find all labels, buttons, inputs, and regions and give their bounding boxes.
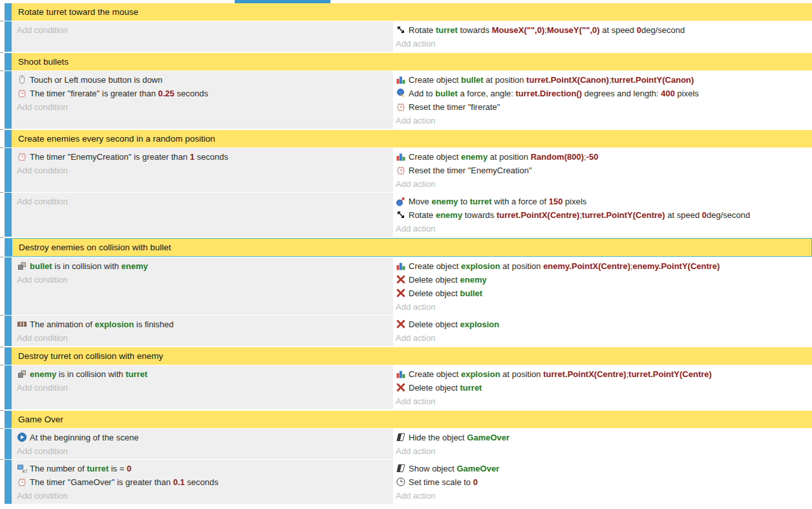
event-row: At the beginning of the sceneAdd conditi… <box>0 429 812 459</box>
action-line[interactable]: Delete object explosion <box>396 318 812 331</box>
action-line[interactable]: Delete object enemy <box>396 273 812 287</box>
add-action-placeholder[interactable]: Add action <box>396 444 812 458</box>
event-columns: enemy is in collision with turretAdd con… <box>12 365 812 409</box>
event-row: Add conditionMove enemy to turret with a… <box>0 193 812 237</box>
scroll-indicator[interactable] <box>235 0 330 3</box>
mouse-icon <box>17 74 27 85</box>
text-segment: 400 <box>661 89 675 98</box>
event-side-bar[interactable] <box>5 411 12 428</box>
add-action-placeholder[interactable]: Add action <box>396 222 812 235</box>
condition-line[interactable]: enemy is in collision with turret <box>17 367 393 381</box>
event-handle-tick <box>0 347 4 347</box>
action-line[interactable]: Set time scale to 0 <box>396 475 812 489</box>
text-segment: 150 <box>549 197 563 206</box>
add-condition-placeholder[interactable]: Add condition <box>17 100 393 114</box>
condition-line[interactable]: The timer "firerate" is greater than 0.2… <box>17 87 393 100</box>
add-action-placeholder[interactable]: Add action <box>396 489 812 503</box>
text-segment: 0.1 <box>173 477 185 487</box>
condition-line[interactable]: The animation of explosion is finished <box>17 318 393 331</box>
text-segment: Add to <box>409 89 435 98</box>
event-side-bar[interactable] <box>5 148 12 192</box>
action-line[interactable]: Show object GameOver <box>396 462 812 475</box>
actions-cell: Hide the object GameOverAdd action <box>394 429 812 459</box>
create-object-icon <box>396 151 406 162</box>
action-line[interactable]: Create object bullet at position turret.… <box>396 73 812 87</box>
conditions-cell: enemy is in collision with turretAdd con… <box>12 365 394 409</box>
event-group-header[interactable]: Rotate turret toward the mouse <box>12 3 812 21</box>
text-segment: towards <box>462 210 497 220</box>
action-line[interactable]: Create object enemy at position Random(8… <box>396 150 812 164</box>
action-line[interactable]: Hide the object GameOver <box>396 431 812 444</box>
condition-line[interactable]: Touch or Left mouse button is down <box>17 73 393 87</box>
event-handle-tick <box>0 428 4 429</box>
add-action-placeholder[interactable]: Add action <box>396 331 812 345</box>
add-condition-placeholder[interactable]: Add condition <box>17 195 393 208</box>
text-segment: 0.25 <box>158 89 175 98</box>
event-side-bar[interactable] <box>5 347 12 365</box>
text-segment: to <box>458 197 470 206</box>
text-segment: 0 <box>637 25 641 35</box>
condition-line[interactable]: The timer "EnemyCreation" is greater tha… <box>17 150 393 164</box>
event-side-bar[interactable] <box>5 429 12 459</box>
add-action-placeholder[interactable]: Add action <box>396 114 812 127</box>
event-group-header[interactable]: Destroy enemies on collision with bullet <box>12 239 811 256</box>
conditions-cell: bullet is in collision with enemyAdd con… <box>12 257 394 315</box>
action-line[interactable]: Reset the timer "EnemyCreation" <box>396 164 812 177</box>
text-segment: Delete object <box>409 288 460 298</box>
condition-line[interactable]: bullet is in collision with enemy <box>17 259 393 273</box>
action-line[interactable]: Move enemy to turret with a force of 150… <box>396 195 812 208</box>
condition-line[interactable]: The timer "GameOver" is greater than 0.1… <box>17 475 393 489</box>
event-gutter <box>0 411 5 428</box>
event-side-bar[interactable] <box>5 71 12 129</box>
event-side-bar[interactable] <box>5 257 12 315</box>
event-side-bar[interactable] <box>5 3 12 21</box>
action-line[interactable]: Create object explosion at position turr… <box>396 367 812 381</box>
conditions-cell: x?The number of turret is = 0The timer "… <box>12 460 394 504</box>
event-side-bar[interactable] <box>5 365 12 409</box>
text-segment: turret <box>87 464 109 473</box>
add-condition-placeholder[interactable]: Add condition <box>17 164 393 177</box>
text-segment: Hide the object <box>409 433 467 442</box>
event-side-bar[interactable] <box>5 193 12 237</box>
action-line[interactable]: Rotate turret towards MouseX("",0);Mouse… <box>396 23 812 37</box>
event-side-bar[interactable] <box>5 53 12 70</box>
visibility-icon <box>396 432 406 442</box>
event-group-header[interactable]: Shoot bullets <box>12 53 812 70</box>
add-action-placeholder[interactable]: Add action <box>396 300 812 314</box>
action-line[interactable]: Rotate enemy towards turret.PointX(Centr… <box>396 208 812 222</box>
event-side-bar[interactable] <box>5 460 12 504</box>
event-group-header[interactable]: Destroy turret on collision with enemy <box>12 347 812 365</box>
add-condition-placeholder[interactable]: Add condition <box>17 23 393 37</box>
add-condition-placeholder[interactable]: Add condition <box>17 444 393 458</box>
action-line[interactable]: Delete object bullet <box>396 287 812 300</box>
event-side-bar[interactable] <box>5 21 12 52</box>
add-condition-placeholder[interactable]: Add condition <box>17 489 393 503</box>
event-side-bar[interactable] <box>5 239 12 256</box>
add-action-placeholder[interactable]: Add action <box>396 177 812 191</box>
event-row: Touch or Left mouse button is downThe ti… <box>0 71 812 129</box>
action-line[interactable]: Add to bullet a force, angle: turret.Dir… <box>396 87 812 100</box>
condition-line[interactable]: At the beginning of the scene <box>17 431 393 444</box>
text-segment: explosion <box>460 319 500 329</box>
add-condition-placeholder[interactable]: Add condition <box>17 331 393 345</box>
move-to-icon <box>396 196 406 206</box>
add-action-placeholder[interactable]: Add action <box>396 37 812 50</box>
event-side-bar[interactable] <box>5 316 12 346</box>
text-segment: Delete object <box>409 275 460 285</box>
condition-line[interactable]: x?The number of turret is = 0 <box>17 462 393 475</box>
add-action-placeholder[interactable]: Add action <box>396 395 812 408</box>
event-gutter <box>0 429 5 459</box>
add-condition-placeholder[interactable]: Add condition <box>17 273 393 287</box>
action-line[interactable]: Reset the timer "firerate" <box>396 100 812 114</box>
text-segment: -50 <box>586 152 599 162</box>
event-gutter <box>0 21 5 52</box>
event-side-bar[interactable] <box>5 130 12 147</box>
action-line[interactable]: Create object explosion at position enem… <box>396 259 812 273</box>
event-group-header[interactable]: Create enemies every second in a random … <box>12 130 812 147</box>
add-condition-placeholder[interactable]: Add condition <box>17 381 393 395</box>
action-line[interactable]: Delete object turret <box>396 381 812 395</box>
text-segment: turret.PointY(Canon) <box>612 75 694 85</box>
text-segment: is in collision with <box>52 261 122 271</box>
event-columns: Touch or Left mouse button is downThe ti… <box>12 71 812 129</box>
event-group-header[interactable]: Game Over <box>12 411 812 428</box>
